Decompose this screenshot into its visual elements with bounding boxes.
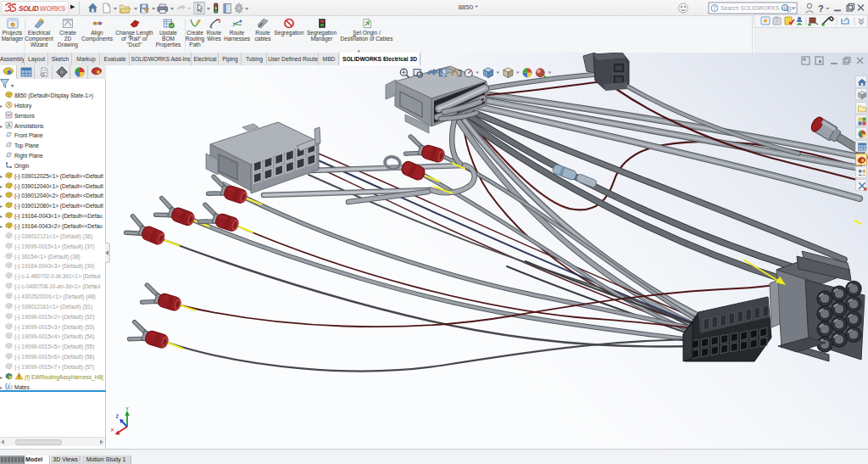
svg-text:SOLID: SOLID bbox=[19, 5, 39, 13]
svg-text:WORKS: WORKS bbox=[40, 5, 66, 13]
svg-text:?: ? bbox=[713, 5, 716, 11]
svg-text:?: ? bbox=[818, 3, 824, 14]
svg-text:A: A bbox=[7, 122, 11, 128]
